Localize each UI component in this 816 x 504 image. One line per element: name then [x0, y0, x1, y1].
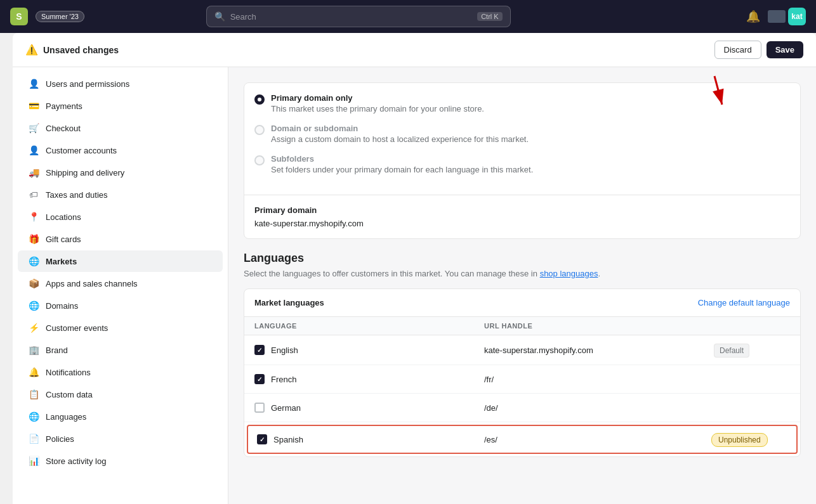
lang-name-text-german: German: [271, 403, 301, 413]
store-activity-icon: 📊: [28, 455, 39, 467]
sidebar-item-checkout[interactable]: 🛒Checkout: [18, 117, 223, 139]
sidebar-label-shipping: Shipping and delivery: [46, 168, 124, 178]
market-languages-label: Market languages: [254, 298, 324, 307]
radio-primary-btn[interactable]: [254, 94, 265, 105]
languages-desc-text: Select the languages to offer customers …: [244, 269, 537, 278]
lang-name-text-french: French: [271, 375, 296, 384]
sidebar-item-customer-accounts[interactable]: 👤Customer accounts: [18, 139, 223, 161]
sidebar-label-markets: Markets: [46, 257, 77, 266]
sidebar-item-languages[interactable]: 🌐Languages: [18, 406, 223, 427]
domain-options-card: Primary domain only This market uses the…: [244, 82, 801, 239]
sidebar-label-brand: Brand: [46, 346, 68, 355]
discard-button[interactable]: Discard: [714, 41, 761, 59]
languages-section-desc: Select the languages to offer customers …: [244, 269, 801, 278]
lang-table-header: LANGUAGE URL HANDLE: [244, 316, 800, 335]
radio-subdomain-content: Domain or subdomain Assign a custom doma…: [271, 124, 529, 144]
primary-domain-section: Primary domain kate-superstar.myshopify.…: [244, 195, 800, 238]
search-bar[interactable]: 🔍 Search Ctrl K: [206, 6, 511, 27]
col-header-url: URL HANDLE: [484, 322, 714, 330]
checkout-icon: 🛒: [28, 122, 39, 134]
main-container: ⚠️ Unsaved changes Discard Save 👤Users a…: [0, 33, 816, 504]
sidebar-item-payments[interactable]: 💳Payments: [18, 95, 223, 117]
radio-subdomain-btn[interactable]: [254, 125, 265, 135]
sidebar-item-shipping[interactable]: 🚚Shipping and delivery: [18, 162, 223, 183]
radio-subdomain-desc: Assign a custom domain to host a localiz…: [271, 134, 529, 144]
user-avatar[interactable]: kat: [788, 8, 806, 25]
locations-icon: 📍: [28, 211, 39, 223]
sidebar-item-markets[interactable]: 🌐Markets: [18, 250, 223, 272]
sidebar-label-languages: Languages: [46, 412, 86, 422]
lang-checkbox-spanish[interactable]: [257, 434, 267, 444]
lang-name-cell-spanish: Spanish: [257, 434, 484, 444]
sidebar-label-store-activity: Store activity log: [46, 456, 106, 466]
sidebar-item-customer-events[interactable]: ⚡Customer events: [18, 317, 223, 339]
radio-subfolders-desc: Set folders under your primary domain fo…: [271, 165, 533, 174]
sidebar-label-gift-cards: Gift cards: [46, 235, 81, 244]
sidebar-label-apps: Apps and sales channels: [46, 279, 138, 288]
apps-icon: 📦: [28, 278, 39, 289]
sidebar-item-notifications[interactable]: 🔔Notifications: [18, 361, 223, 383]
lang-checkbox-french[interactable]: [254, 374, 265, 384]
topbar: S Summer '23 🔍 Search Ctrl K 🔔 kat: [0, 0, 816, 33]
sidebar-item-domains[interactable]: 🌐Domains: [18, 295, 223, 316]
lang-badge-spanish: Unpublished: [711, 434, 787, 445]
domains-icon: 🌐: [28, 300, 39, 311]
shopify-logo[interactable]: S: [10, 8, 28, 25]
languages-header: Market languages Change default language: [244, 289, 800, 316]
sidebar-item-apps[interactable]: 📦Apps and sales channels: [18, 273, 223, 294]
store-avatar-placeholder: [768, 10, 786, 23]
radio-subfolders-btn[interactable]: [254, 155, 265, 165]
save-button[interactable]: Save: [767, 41, 803, 58]
lang-row-french[interactable]: French/fr/: [244, 365, 800, 394]
radio-option-subfolders[interactable]: Subfolders Set folders under your primar…: [254, 154, 790, 174]
lang-checkbox-english[interactable]: [254, 345, 265, 355]
sidebar-item-brand[interactable]: 🏢Brand: [18, 339, 223, 361]
warning-icon: ⚠️: [25, 44, 38, 56]
radio-option-subdomain[interactable]: Domain or subdomain Assign a custom doma…: [254, 124, 790, 144]
sidebar-item-gift-cards[interactable]: 🎁Gift cards: [18, 228, 223, 250]
policies-icon: 📄: [28, 433, 39, 444]
avatar-group: kat: [768, 8, 806, 25]
topbar-right: 🔔 kat: [746, 8, 806, 25]
radio-primary-label: Primary domain only: [271, 93, 484, 103]
lang-name-text-spanish: Spanish: [273, 435, 303, 444]
sidebar-item-policies[interactable]: 📄Policies: [18, 428, 223, 449]
lang-name-text-english: English: [271, 346, 298, 355]
lang-name-cell-german: German: [254, 403, 484, 413]
radio-option-primary[interactable]: Primary domain only This market uses the…: [254, 93, 790, 113]
sidebar-item-custom-data[interactable]: 📋Custom data: [18, 384, 223, 405]
languages-card: Market languages Change default language…: [244, 288, 801, 457]
primary-domain-value: kate-superstar.myshopify.com: [254, 219, 790, 228]
sidebar-label-users: Users and permissions: [46, 79, 129, 89]
bell-icon[interactable]: 🔔: [746, 10, 760, 23]
lang-row-german[interactable]: German/de/: [244, 394, 800, 422]
shop-languages-link[interactable]: shop languages: [540, 269, 598, 278]
lang-name-cell-french: French: [254, 374, 484, 384]
customer-accounts-icon: 👤: [28, 145, 39, 156]
change-default-link[interactable]: Change default language: [698, 298, 790, 307]
search-icon: 🔍: [214, 11, 225, 22]
sidebar-label-customer-events: Customer events: [46, 323, 108, 333]
unpublished-badge: Unpublished: [711, 433, 768, 447]
gift-cards-icon: 🎁: [28, 233, 39, 245]
search-shortcut: Ctrl K: [477, 12, 503, 21]
domain-options: Primary domain only This market uses the…: [244, 83, 800, 195]
unsaved-bar: ⚠️ Unsaved changes Discard Save: [13, 33, 816, 67]
sidebar-label-custom-data: Custom data: [46, 390, 93, 399]
markets-icon: 🌐: [28, 255, 39, 267]
col-header-language: LANGUAGE: [254, 322, 484, 330]
brand-icon: 🏢: [28, 344, 39, 356]
sidebar-item-locations[interactable]: 📍Locations: [18, 206, 223, 228]
customer-events-icon: ⚡: [28, 322, 39, 333]
lang-checkbox-german[interactable]: [254, 403, 265, 413]
lang-row-english[interactable]: Englishkate-superstar.myshopify.comDefau…: [244, 335, 800, 365]
lang-row-spanish[interactable]: Spanish/es/Unpublished: [247, 425, 798, 454]
sidebar-item-users[interactable]: 👤Users and permissions: [18, 73, 223, 94]
taxes-icon: 🏷: [28, 189, 39, 200]
sidebar-item-store-activity[interactable]: 📊Store activity log: [18, 450, 223, 472]
sidebar: 👤Users and permissions💳Payments🛒Checkout…: [13, 67, 228, 504]
lang-url-french: /fr/: [484, 375, 714, 384]
payments-icon: 💳: [28, 100, 39, 112]
custom-data-icon: 📋: [28, 389, 39, 400]
sidebar-item-taxes[interactable]: 🏷Taxes and duties: [18, 184, 223, 205]
